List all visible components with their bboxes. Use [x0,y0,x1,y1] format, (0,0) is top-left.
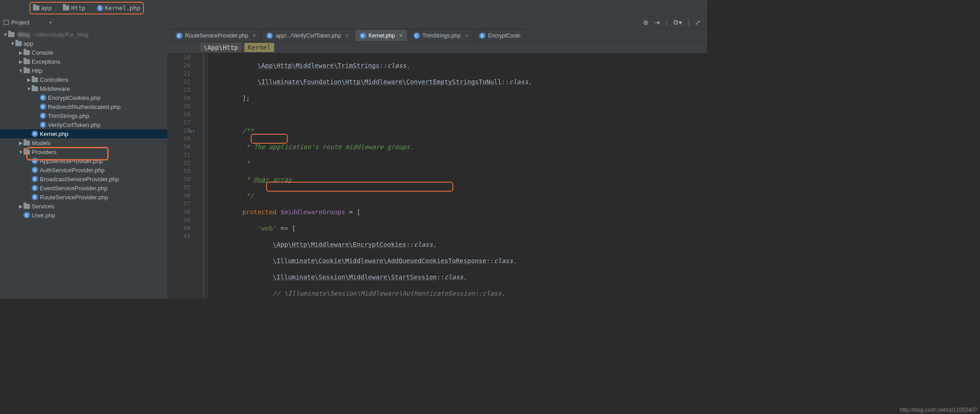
tree-folder-console[interactable]: ▶Console [0,48,167,57]
tree-folder-providers[interactable]: ▼Providers [0,147,167,156]
tree-file[interactable]: CBroadcastServiceProvider.php [0,174,167,183]
tree-folder-services[interactable]: ▶Services [0,202,167,211]
tree-file[interactable]: CEncryptCookies.php [0,93,167,102]
folder-icon [32,77,38,82]
chevron-right-icon: 〉 [88,4,94,12]
folder-icon [33,5,39,10]
php-class-icon: C [32,167,38,173]
hide-icon[interactable]: ⤢ [695,19,701,27]
breadcrumb-kernel: Kernel.php [105,5,140,11]
project-dropdown[interactable]: Project ▼ [4,19,52,26]
close-icon[interactable]: × [465,33,468,39]
tree-file[interactable]: CAppServiceProvider.php [0,156,167,165]
tab-trimstrings[interactable]: CTrimStrings.php× [409,29,473,41]
fold-column[interactable] [199,53,208,299]
folder-icon [63,5,69,10]
tab-route-service-provider[interactable]: CRouteServiceProvider.php× [171,29,261,41]
folder-icon [24,150,30,155]
php-class-icon: C [40,94,46,101]
php-class-icon: C [40,122,46,128]
tree-folder-http[interactable]: ▼Http [0,66,167,75]
nav-class[interactable]: Kernel [244,43,275,52]
code-content[interactable]: \App\Http\Middleware\TrimStrings::class,… [208,53,707,299]
chevron-down-icon: ▼ [48,20,52,25]
tree-folder-app[interactable]: ▼app [0,39,167,48]
titlebar: app 〉 Http 〉 CKernel.php [0,0,707,16]
php-class-icon: C [32,158,38,164]
tree-folder-models[interactable]: ▶Models [0,138,167,147]
override-gutter-icon[interactable]: o↑ [189,127,195,136]
chevron-right-icon: 〉 [54,4,60,12]
tree-file[interactable]: CEventServiceProvider.php [0,183,167,193]
tree-file-kernel[interactable]: CKernel.php [0,129,167,138]
project-tree[interactable]: ▼ Blog ~/sites/study/Kw_blog ▼app ▶Conso… [0,29,167,299]
php-class-icon: C [414,33,420,39]
folder-icon [15,41,22,46]
folder-icon [8,32,14,37]
breadcrumb-app: app [41,5,52,11]
highlight-annotation [266,182,453,192]
tab-kernel[interactable]: CKernel.php× [355,29,408,41]
close-icon[interactable]: × [252,33,256,39]
tree-file[interactable]: CAuthServiceProvider.php [0,165,167,174]
collapse-icon[interactable]: ⇥ [654,19,660,27]
folder-icon [24,68,30,73]
editor: CRouteServiceProvider.php× Capp/.../Veri… [167,29,707,299]
php-class-icon: C [176,33,182,39]
php-class-icon: C [360,33,366,39]
breadcrumb[interactable]: app 〉 Http 〉 CKernel.php [29,2,144,14]
editor-tabs: CRouteServiceProvider.php× Capp/.../Veri… [167,29,707,42]
folder-icon [32,86,38,91]
project-toolbar: Project ▼ ⊕ ⇥ | ⚙▾ | ⤢ [0,16,707,29]
tree-file[interactable]: CVerifyCsrfToken.php [0,120,167,129]
highlight-annotation [251,134,288,144]
tree-file[interactable]: CRedirectIfAuthenticated.php [0,102,167,111]
breadcrumb-http: Http [71,5,85,11]
nav-namespace[interactable]: \App\Http [200,43,242,52]
php-class-icon: C [24,212,30,218]
folder-icon [24,59,30,64]
folder-icon [24,141,30,146]
php-class-icon: C [40,113,46,119]
tree-file[interactable]: CUser.php [0,211,167,220]
locate-icon[interactable]: ⊕ [643,19,649,27]
tree-file[interactable]: CRouteServiceProvider.php [0,193,167,202]
gutter: 1920212223242526272829303132333435363738… [167,53,199,299]
gear-icon[interactable]: ⚙▾ [673,19,682,27]
close-icon[interactable]: × [400,33,403,39]
php-class-icon: C [266,33,273,39]
php-class-icon: C [32,131,38,137]
project-label: Project [11,19,29,26]
php-class-icon: C [32,194,38,200]
close-icon[interactable]: × [346,33,349,39]
tree-root[interactable]: ▼ Blog ~/sites/study/Kw_blog [0,30,167,39]
tab-verify-csrf[interactable]: Capp/.../VerifyCsrfToken.php× [262,29,353,41]
editor-nav[interactable]: \App\Http Kernel [167,42,707,53]
php-class-icon: C [479,33,485,39]
tree-folder-middleware[interactable]: ▼Middleware [0,84,167,93]
tree-folder-exceptions[interactable]: ▶Exceptions [0,57,167,66]
php-class-icon: C [97,5,103,11]
tree-folder-controllers[interactable]: ▶Controllers [0,75,167,84]
tab-encrypt-cookies[interactable]: CEncryptCooki [474,29,525,41]
folder-icon [24,204,30,209]
php-class-icon: C [32,176,38,182]
folder-icon [24,50,30,55]
php-class-icon: C [40,104,46,110]
code-area[interactable]: 1920212223242526272829303132333435363738… [167,53,707,299]
tree-file[interactable]: CTrimStrings.php [0,111,167,120]
php-class-icon: C [32,185,38,191]
project-view-icon [4,20,9,25]
